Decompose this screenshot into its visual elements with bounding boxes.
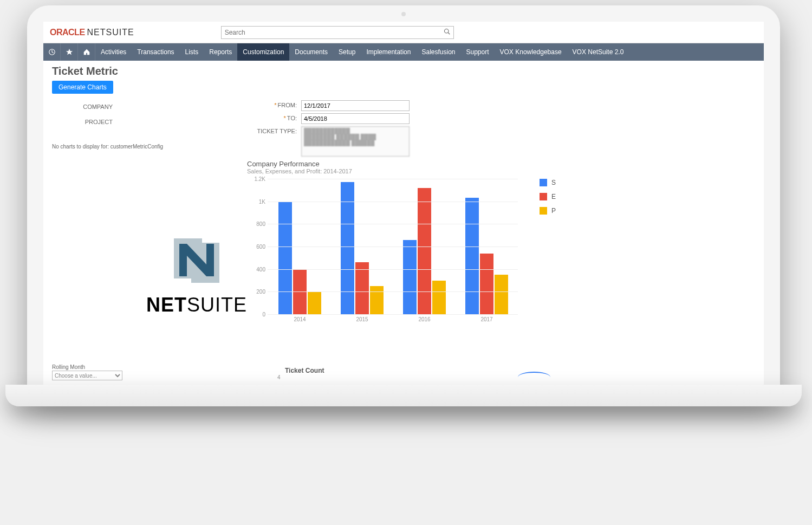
rolling-month-label: Rolling Month xyxy=(52,364,122,370)
laptop-base xyxy=(5,385,802,406)
from-input[interactable] xyxy=(301,100,410,111)
rolling-month-select[interactable]: Choose a value... xyxy=(52,371,122,380)
star-icon[interactable] xyxy=(61,43,78,61)
bar-e xyxy=(480,254,493,315)
screen: ORACLE NETSUITE ActivitiesTransactionsLi… xyxy=(43,22,764,385)
bar-group xyxy=(403,188,446,314)
legend-label: P xyxy=(551,207,556,215)
netsuite-overlay-logo: NETSUITE xyxy=(146,233,247,316)
legend-label: E xyxy=(551,193,556,200)
history-icon[interactable] xyxy=(43,43,61,61)
bar-e xyxy=(418,188,431,314)
header-bar: ORACLE NETSUITE xyxy=(43,22,764,43)
bar-p xyxy=(495,275,508,314)
y-tick: 600 xyxy=(256,244,265,250)
chart-subtitle: Sales, Expenses, and Profit: 2014-2017 xyxy=(247,168,755,174)
bar-p xyxy=(308,291,321,314)
y-tick: 400 xyxy=(256,266,265,272)
nav-implementation[interactable]: Implementation xyxy=(361,43,416,61)
no-charts-message: No charts to display for: customerMetric… xyxy=(52,144,247,150)
search-input[interactable] xyxy=(225,29,444,36)
ticket-count-chart-preview xyxy=(355,372,626,377)
legend-swatch-icon xyxy=(540,193,547,200)
legend-swatch-icon xyxy=(540,207,547,215)
search-box[interactable] xyxy=(221,26,454,39)
netsuite-word: NETSUITE xyxy=(87,28,134,37)
bar-p xyxy=(432,281,446,315)
y-tick: 1.2K xyxy=(254,176,265,182)
nav-vox-netsuite-2.0[interactable]: VOX NetSuite 2.0 xyxy=(567,43,629,61)
ticket-count-ytick: 4 xyxy=(277,374,324,380)
bar-s xyxy=(465,198,479,314)
nav-bar: ActivitiesTransactionsListsReportsCustom… xyxy=(43,43,764,61)
bar-group xyxy=(465,198,508,314)
y-tick: 200 xyxy=(256,289,265,295)
oracle-word: ORACLE xyxy=(50,28,85,37)
bar-s xyxy=(403,240,417,315)
bar-p xyxy=(370,286,384,314)
chart-plot: 02004006008001K1.2K 2014201520162017 xyxy=(247,179,518,325)
nav-reports[interactable]: Reports xyxy=(204,43,237,61)
ticket-type-list[interactable]: ████████████████████ ██████ ████████████… xyxy=(301,126,410,157)
ticket-count-title: Ticket Count xyxy=(285,367,324,374)
bar-group xyxy=(278,202,321,314)
x-label: 2015 xyxy=(341,316,384,322)
page-title: Ticket Metric xyxy=(52,65,755,77)
ticket-type-label: TICKET TYPE: xyxy=(247,126,301,134)
to-label: *TO: xyxy=(247,113,301,121)
bar-s xyxy=(278,202,292,314)
legend-item: P xyxy=(540,207,556,215)
nav-salesfusion[interactable]: Salesfusion xyxy=(416,43,460,61)
project-label: PROJECT xyxy=(52,115,117,128)
legend-label: S xyxy=(551,179,556,186)
brand-logo: ORACLE NETSUITE xyxy=(50,28,134,37)
home-icon[interactable] xyxy=(78,43,95,61)
footer-row: Rolling Month Choose a value... Ticket C… xyxy=(52,364,755,381)
from-label: *FROM: xyxy=(247,100,301,108)
nav-activities[interactable]: Activities xyxy=(95,43,132,61)
y-tick: 800 xyxy=(256,221,265,227)
nav-customization[interactable]: Customization xyxy=(237,43,289,61)
x-label: 2016 xyxy=(403,316,446,322)
nav-setup[interactable]: Setup xyxy=(333,43,361,61)
to-input[interactable] xyxy=(301,113,410,124)
legend-item: S xyxy=(540,179,556,186)
legend-swatch-icon xyxy=(540,179,547,186)
camera-dot xyxy=(401,12,406,16)
y-tick: 1K xyxy=(259,198,265,204)
x-label: 2014 xyxy=(278,316,322,322)
nav-support[interactable]: Support xyxy=(461,43,495,61)
x-label: 2017 xyxy=(465,316,509,322)
bar-group xyxy=(341,182,384,314)
svg-point-0 xyxy=(444,29,449,34)
svg-line-1 xyxy=(448,33,450,34)
bar-e xyxy=(355,262,369,314)
generate-charts-button[interactable]: Generate Charts xyxy=(52,81,113,94)
chart-title: Company Performance xyxy=(247,160,755,168)
search-icon[interactable] xyxy=(444,28,450,36)
company-label: COMPANY xyxy=(52,100,117,113)
bar-s xyxy=(341,182,354,314)
nav-transactions[interactable]: Transactions xyxy=(132,43,179,61)
nav-vox-knowledgebase[interactable]: VOX Knowledgebase xyxy=(495,43,567,61)
chart-legend: SEP xyxy=(540,179,556,325)
legend-item: E xyxy=(540,193,556,200)
nav-lists[interactable]: Lists xyxy=(180,43,204,61)
nav-documents[interactable]: Documents xyxy=(289,43,333,61)
y-tick: 0 xyxy=(262,312,265,317)
